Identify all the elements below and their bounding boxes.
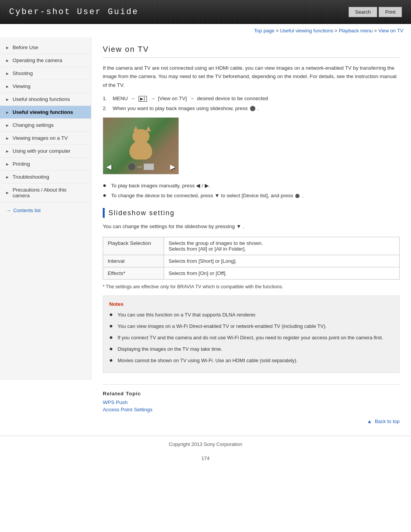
sidebar-item-label: Before Use xyxy=(13,45,38,50)
image-overlay-controls: ◀ — ▶ xyxy=(103,163,178,171)
image-controls: — xyxy=(127,163,154,171)
table-cell-setting-1: Playback Selection xyxy=(103,237,164,255)
page-title: View on TV xyxy=(103,45,400,58)
sidebar: ► Before Use ► Operating the camera ► Sh… xyxy=(0,37,91,380)
bullet-manual-2: ● To change the device to be connected, … xyxy=(103,192,400,199)
sidebar-footer: → Contents list xyxy=(0,202,91,219)
footer: Copyright 2013 Sony Corporation xyxy=(0,436,411,452)
copyright-text: Copyright 2013 Sony Corporation xyxy=(169,441,242,447)
steps-list: 1. MENU → ▶1 → [View on TV] → desired de… xyxy=(103,96,400,111)
table-cell-setting-3: Effects* xyxy=(103,267,164,279)
note-item-4: ● Displaying the images on the TV may ta… xyxy=(109,344,393,353)
step-2: 2. When you want to play back images usi… xyxy=(103,105,400,111)
search-button[interactable]: Search xyxy=(349,7,377,17)
sidebar-item-useful-viewing[interactable]: ► Useful viewing functions xyxy=(0,106,91,119)
related-topic: Related Topic WPS Push Access Point Sett… xyxy=(103,384,400,412)
chevron-right-icon: ► xyxy=(5,123,10,128)
page-number: 174 xyxy=(0,452,411,464)
table-cell-desc-2: Selects from [Short] or [Long]. xyxy=(164,255,400,267)
manual-bullets: ● To play back images manually, press ◀ … xyxy=(103,182,400,199)
sidebar-item-shooting[interactable]: ► Shooting xyxy=(0,67,91,80)
header: Cyber-shot User Guide Search Print xyxy=(0,0,411,24)
chevron-right-icon: ► xyxy=(5,190,10,195)
table-cell-desc-3: Selects from [On] or [Off]. xyxy=(164,267,400,279)
sidebar-item-before-use[interactable]: ► Before Use xyxy=(0,41,91,54)
breadcrumb: Top page > Useful viewing functions > Pl… xyxy=(0,24,411,37)
chevron-right-icon: ► xyxy=(5,45,10,50)
sidebar-item-operating-camera[interactable]: ► Operating the camera xyxy=(0,54,91,67)
sidebar-item-label: Shooting xyxy=(13,70,33,76)
arrow-right-icon: → xyxy=(6,208,11,213)
contents-list-link[interactable]: Contents list xyxy=(13,208,41,213)
note-item-3: ● If you connect TV and the camera and d… xyxy=(109,333,393,342)
chevron-right-icon: ► xyxy=(5,149,10,153)
slideshow-heading-text: Slideshow setting xyxy=(108,209,175,217)
table-row-playback: Playback Selection Selects the group of … xyxy=(103,237,400,255)
cat-shape xyxy=(126,125,156,160)
sidebar-item-label: Using with your computer xyxy=(13,148,70,154)
note-item-5: ● Movies cannot be shown on TV using Wi-… xyxy=(109,356,393,365)
bullet-manual-1: ● To play back images manually, press ◀ … xyxy=(103,182,400,189)
notes-list: ● You can use this function on a TV that… xyxy=(109,310,393,365)
control-rect xyxy=(143,163,154,170)
next-arrow-icon: ▶ xyxy=(170,163,175,171)
sidebar-item-viewing-images-tv[interactable]: ► Viewing images on a TV xyxy=(0,132,91,145)
slideshow-description: You can change the settings for the slid… xyxy=(103,222,400,231)
notes-box: Notes ● You can use this function on a T… xyxy=(103,296,400,373)
breadcrumb-useful-viewing[interactable]: Useful viewing functions xyxy=(280,28,333,34)
content-area: View on TV If the camera and TV are not … xyxy=(91,37,411,436)
sidebar-item-label: Changing settings xyxy=(13,122,54,128)
table-cell-desc-1: Selects the group of images to be shown.… xyxy=(164,237,400,255)
settings-table: Playback Selection Selects the group of … xyxy=(103,237,400,280)
sidebar-item-using-computer[interactable]: ► Using with your computer xyxy=(0,145,91,158)
table-note: * The settings are effective only for BR… xyxy=(103,284,400,289)
back-to-top: ▲ Back to top xyxy=(103,419,400,424)
related-link-access-point[interactable]: Access Point Settings xyxy=(103,407,400,412)
sidebar-item-useful-shooting[interactable]: ► Useful shooting functions xyxy=(0,93,91,106)
section-heading-bar xyxy=(103,208,105,218)
chevron-right-icon: ► xyxy=(5,162,10,166)
chevron-right-icon: ► xyxy=(5,58,10,63)
breadcrumb-playback-menu[interactable]: Playback menu xyxy=(339,28,373,34)
sidebar-item-viewing[interactable]: ► Viewing xyxy=(0,80,91,93)
print-button[interactable]: Print xyxy=(379,7,402,17)
related-topic-label: Related Topic xyxy=(103,391,400,396)
related-link-wps-push[interactable]: WPS Push xyxy=(103,399,400,405)
breadcrumb-top-page[interactable]: Top page xyxy=(254,28,275,34)
sidebar-item-label: Printing xyxy=(13,161,30,167)
slideshow-section-heading: Slideshow setting xyxy=(103,208,400,218)
sidebar-item-changing-settings[interactable]: ► Changing settings xyxy=(0,119,91,132)
sidebar-item-label: Operating the camera xyxy=(13,58,62,63)
table-cell-setting-2: Interval xyxy=(103,255,164,267)
notes-title: Notes xyxy=(109,301,393,307)
table-row-interval: Interval Selects from [Short] or [Long]. xyxy=(103,255,400,267)
table-row-effects: Effects* Selects from [On] or [Off]. xyxy=(103,267,400,279)
sidebar-item-printing[interactable]: ► Printing xyxy=(0,158,91,171)
camera-image: ◀ — ▶ xyxy=(103,117,179,174)
chevron-right-icon: ► xyxy=(5,136,10,141)
sidebar-item-troubleshooting[interactable]: ► Troubleshooting xyxy=(0,171,91,184)
chevron-right-icon: ► xyxy=(5,97,10,102)
sidebar-item-label: Useful viewing functions xyxy=(13,109,73,115)
main-layout: ► Before Use ► Operating the camera ► Sh… xyxy=(0,37,411,436)
back-to-top-arrow-icon: ▲ xyxy=(367,419,372,424)
note-item-2: ● You can view images on a Wi-Fi Direct-… xyxy=(109,321,393,331)
sidebar-item-label: Viewing xyxy=(13,83,30,89)
control-circle xyxy=(127,163,136,171)
chevron-right-icon: ► xyxy=(5,71,10,76)
sidebar-item-label: Troubleshooting xyxy=(13,174,49,180)
prev-arrow-icon: ◀ xyxy=(106,163,112,171)
breadcrumb-view-on-tv[interactable]: View on TV xyxy=(378,28,403,34)
sidebar-item-precautions[interactable]: ► Precautions / About this camera xyxy=(0,184,91,202)
step-1: 1. MENU → ▶1 → [View on TV] → desired de… xyxy=(103,96,400,102)
note-item-1: ● You can use this function on a TV that… xyxy=(109,310,393,319)
control-dash: — xyxy=(137,164,142,169)
sidebar-item-label: Viewing images on a TV xyxy=(13,135,68,141)
header-buttons: Search Print xyxy=(349,7,402,17)
sidebar-item-label: Precautions / About this camera xyxy=(13,187,85,198)
chevron-right-icon: ► xyxy=(5,175,10,179)
intro-text: If the camera and TV are not connected u… xyxy=(103,64,400,89)
header-title: Cyber-shot User Guide xyxy=(9,7,139,17)
back-to-top-link[interactable]: ▲ Back to top xyxy=(367,419,400,424)
chevron-right-icon: ► xyxy=(5,84,10,89)
